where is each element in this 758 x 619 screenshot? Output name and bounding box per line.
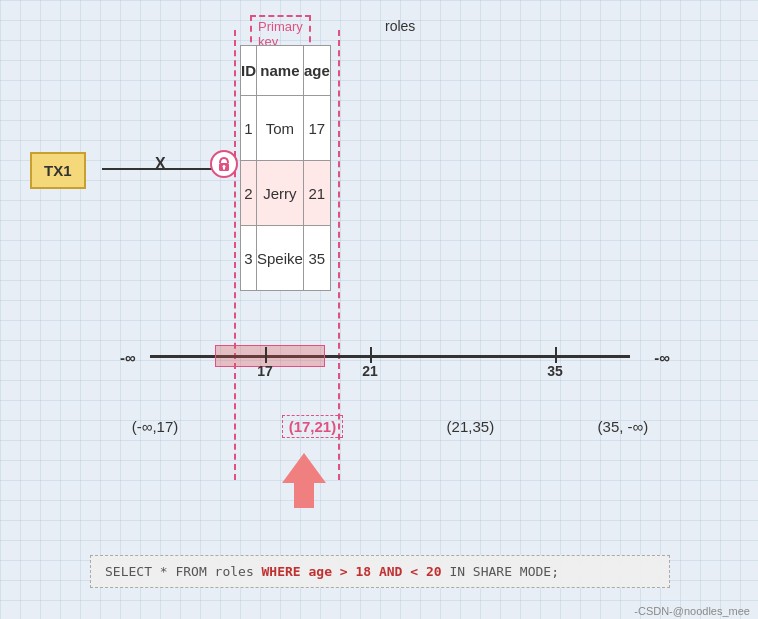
- table-row: 1 Tom 17: [241, 96, 331, 161]
- sql-suffix: IN SHARE MODE;: [442, 564, 559, 579]
- cell-name-tom: Tom: [257, 96, 304, 161]
- table-name-label: roles: [385, 18, 415, 34]
- table-row: 3 Speike 35: [241, 226, 331, 291]
- svg-rect-3: [223, 167, 225, 170]
- intervals-row: (-∞,17) (17,21) (21,35) (35, -∞): [80, 415, 700, 438]
- watermark: -CSDN-@noodles_mee: [634, 605, 750, 617]
- tick-label-21: 21: [362, 363, 378, 379]
- number-line: -∞ 17 21 35 -∞: [100, 335, 680, 365]
- cell-id-3: 3: [241, 226, 257, 291]
- interval-neg-inf-17: (-∞,17): [132, 418, 179, 435]
- sql-prefix: SELECT * FROM roles: [105, 564, 262, 579]
- sql-box: SELECT * FROM roles WHERE age > 18 AND <…: [90, 555, 670, 588]
- cell-age-17: 17: [303, 96, 330, 161]
- roles-table: ID name age 1 Tom 17 2 Jerry 21 3 Speike…: [240, 45, 331, 291]
- arrow-up-container: [282, 453, 326, 508]
- interval-21-35: (21,35): [447, 418, 495, 435]
- neg-infinity-right: -∞: [654, 349, 670, 366]
- cell-id-1: 1: [241, 96, 257, 161]
- cell-name-jerry: Jerry: [257, 161, 304, 226]
- tick-label-35: 35: [547, 363, 563, 379]
- tick-label-17: 17: [257, 363, 273, 379]
- cell-age-35: 35: [303, 226, 330, 291]
- number-line-section: -∞ 17 21 35 -∞: [100, 335, 680, 365]
- tick-35: [555, 347, 557, 363]
- col-header-id: ID: [241, 46, 257, 96]
- table-row-highlight: 2 Jerry 21: [241, 161, 331, 226]
- interval-35-neg-inf: (35, -∞): [598, 418, 649, 435]
- cell-id-2: 2: [241, 161, 257, 226]
- sql-where-clause: WHERE age > 18 AND < 20: [262, 564, 442, 579]
- cell-name-speike: Speike: [257, 226, 304, 291]
- x-mark: X: [155, 155, 166, 173]
- dashed-line-right: [338, 30, 340, 480]
- arrow-up-triangle: [282, 453, 326, 483]
- col-header-name: name: [257, 46, 304, 96]
- arrow-stem: [294, 483, 314, 508]
- interval-17-21: (17,21): [282, 415, 344, 438]
- col-header-age: age: [303, 46, 330, 96]
- cell-age-21: 21: [303, 161, 330, 226]
- tx1-box: TX1: [30, 152, 86, 189]
- neg-infinity-left: -∞: [120, 349, 136, 366]
- tick-21: [370, 347, 372, 363]
- lock-icon: [210, 150, 238, 178]
- dashed-line-left: [234, 30, 236, 480]
- tick-17: [265, 347, 267, 363]
